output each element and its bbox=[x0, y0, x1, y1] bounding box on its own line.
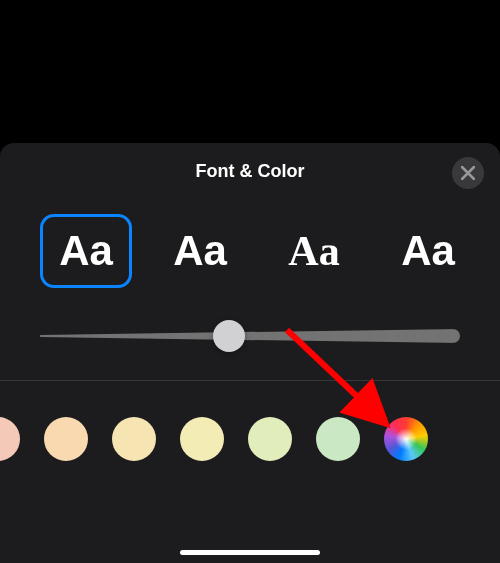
font-sample: Aa bbox=[59, 230, 113, 272]
slider-track bbox=[40, 329, 460, 343]
color-swatch-4[interactable] bbox=[180, 417, 224, 461]
size-slider-container bbox=[0, 312, 500, 376]
close-icon bbox=[461, 166, 475, 180]
home-indicator[interactable] bbox=[180, 550, 320, 555]
font-option-1[interactable]: Aa bbox=[40, 214, 132, 288]
font-color-sheet: Font & Color Aa Aa Aa Aa bbox=[0, 143, 500, 563]
font-picker[interactable]: Aa Aa Aa Aa bbox=[0, 202, 500, 312]
sheet-title: Font & Color bbox=[196, 161, 305, 182]
color-swatch-3[interactable] bbox=[112, 417, 156, 461]
font-option-2[interactable]: Aa bbox=[154, 214, 246, 288]
color-swatch-5[interactable] bbox=[248, 417, 292, 461]
font-option-4[interactable]: Aa bbox=[382, 214, 474, 288]
font-sample: Aa bbox=[401, 230, 455, 272]
font-sample: Aa bbox=[288, 230, 339, 272]
size-slider[interactable] bbox=[40, 320, 460, 352]
color-picker-row[interactable] bbox=[0, 381, 500, 497]
font-sample: Aa bbox=[173, 230, 227, 272]
color-swatch-6[interactable] bbox=[316, 417, 360, 461]
color-swatch-2[interactable] bbox=[44, 417, 88, 461]
close-button[interactable] bbox=[452, 157, 484, 189]
color-wheel-button[interactable] bbox=[384, 417, 428, 461]
color-swatch-1[interactable] bbox=[0, 417, 20, 461]
font-option-3[interactable]: Aa bbox=[268, 214, 360, 288]
slider-thumb[interactable] bbox=[213, 320, 245, 352]
sheet-header: Font & Color bbox=[0, 143, 500, 202]
